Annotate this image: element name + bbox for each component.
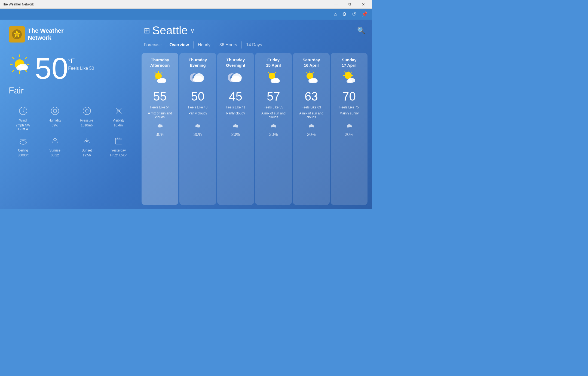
main-content: The Weather Network	[0, 20, 372, 209]
city-name: Seattle	[152, 24, 188, 37]
card-feels-sun: Feels Like 75	[339, 105, 359, 109]
visibility-value: 10.4mi	[114, 123, 123, 127]
yesterday-icon	[114, 134, 124, 147]
rain-icon-thu-evening: 🌧	[195, 122, 201, 130]
pressure-icon	[82, 104, 92, 117]
sunrise-value: 06:22	[51, 153, 59, 157]
card-title-thu-afternoon: ThursdayAfternoon	[150, 57, 170, 68]
card-feels-thu-overnight: Feels Like 41	[226, 105, 245, 109]
svg-line-65	[268, 72, 270, 74]
card-temp-sun: 70	[342, 90, 356, 103]
city-grid-icon: ⊞	[144, 26, 150, 35]
condition-text: Fair	[9, 86, 133, 96]
svg-point-51	[161, 79, 166, 83]
yesterday-detail: Yesterday H:52° L:45°	[104, 134, 133, 157]
humidity-value: 69%	[51, 123, 58, 127]
current-weather-icon	[9, 53, 30, 79]
forecast-cards-container: ThursdayAfternoon	[142, 53, 367, 205]
feels-like-text: Feels Like 50	[68, 66, 94, 71]
home-icon[interactable]: ⌂	[334, 11, 337, 17]
card-icon-sat	[304, 70, 319, 87]
tab-hourly[interactable]: Hourly	[194, 41, 215, 48]
ceiling-value: 30000ft	[17, 153, 28, 157]
card-title-fri: Friday15 April	[266, 57, 281, 68]
svg-line-67	[274, 72, 276, 74]
svg-point-19	[53, 111, 54, 113]
wind-value: 2mph NWGust 4	[16, 123, 30, 131]
card-icon-fri	[266, 70, 281, 87]
card-temp-thu-overnight: 45	[229, 90, 242, 103]
rain-pct-thu-evening: 30%	[193, 132, 202, 137]
sunrise-icon	[50, 134, 60, 147]
logo-icon	[9, 26, 25, 43]
current-temperature-display: 50 °F Feels Like 50	[9, 53, 133, 83]
card-desc-thu-evening: Partly cloudy	[188, 111, 207, 120]
visibility-detail: Visibility 10.4mi	[104, 104, 133, 131]
current-weather-panel: The Weather Network	[0, 20, 142, 209]
card-icon-sun	[342, 70, 357, 87]
titlebar-controls: — ⧉ ✕	[330, 0, 370, 9]
rain-pct-sat: 20%	[307, 132, 316, 137]
temperature-unit: °F	[68, 57, 94, 65]
card-title-thu-overnight: ThursdayOvernight	[226, 57, 245, 68]
card-feels-fri: Feels Like 55	[264, 105, 283, 109]
rain-icon-thu-overnight: 🌧	[232, 122, 239, 130]
settings-icon[interactable]: ⚙	[342, 11, 347, 17]
svg-point-18	[56, 109, 57, 110]
restore-button[interactable]: ⧉	[344, 0, 356, 9]
card-icon-thu-afternoon	[152, 70, 168, 87]
tab-overview[interactable]: Overview	[165, 41, 194, 48]
card-temp-sat: 63	[305, 90, 318, 103]
pin-icon[interactable]: 📌	[362, 11, 367, 17]
pressure-value: 1010mb	[81, 123, 93, 127]
card-desc-thu-afternoon: A mix of sun and clouds	[145, 111, 175, 120]
humidity-icon	[50, 104, 60, 117]
sunset-value: 19:56	[82, 153, 91, 157]
humidity-detail: Humidity 69%	[41, 104, 69, 131]
svg-line-47	[161, 72, 162, 74]
sunset-icon	[82, 134, 92, 147]
visibility-label: Visibility	[113, 119, 124, 122]
rain-icon-thu-afternoon: 🌧	[157, 122, 163, 130]
rain-icon-sat: 🌧	[308, 122, 315, 130]
pressure-detail: Pressure 1010mb	[72, 104, 101, 131]
city-selector[interactable]: ⊞ Seattle ∨	[144, 24, 195, 37]
sunrise-label: Sunrise	[49, 148, 60, 152]
search-icon[interactable]: 🔍	[357, 27, 365, 34]
ceiling-label: Ceiling	[18, 148, 28, 152]
close-button[interactable]: ✕	[357, 0, 370, 9]
card-temp-fri: 57	[267, 90, 280, 103]
ceiling-detail: Ceiling 30000ft	[9, 134, 37, 157]
temp-display: 50 °F Feels Like 50	[35, 53, 94, 83]
svg-point-20	[56, 111, 57, 113]
wind-icon	[18, 104, 28, 117]
sunrise-detail: Sunrise 06:22	[41, 134, 69, 157]
wind-detail: Wind 2mph NWGust 4	[9, 104, 37, 131]
app-logo: The Weather Network	[9, 26, 133, 43]
titlebar-title: The Weather Network	[2, 2, 34, 6]
card-title-sun: Sunday17 April	[342, 57, 356, 68]
svg-point-13	[21, 65, 28, 70]
logo-svg	[11, 29, 23, 40]
forecast-card-sun: Sunday17 April	[331, 53, 367, 205]
svg-line-89	[351, 72, 352, 73]
titlebar: The Weather Network — ⧉ ✕	[0, 0, 372, 9]
refresh-icon[interactable]: ↺	[352, 11, 356, 17]
wind-label: Wind	[19, 119, 27, 122]
forecast-tabs: Forecast: Overview Hourly 36 Hours 14 Da…	[142, 41, 367, 48]
pressure-label: Pressure	[80, 119, 93, 122]
svg-point-55	[198, 77, 204, 82]
temperature-value: 50	[35, 53, 68, 83]
forecast-card-sat: Saturday16 April	[293, 53, 330, 205]
minimize-button[interactable]: —	[330, 0, 342, 9]
tab-36hours[interactable]: 36 Hours	[215, 41, 242, 48]
rain-icon-fri: 🌧	[270, 122, 277, 130]
weather-details-grid: Wind 2mph NWGust 4 Humidity 69%	[9, 104, 133, 157]
svg-line-7	[12, 57, 14, 59]
forecast-header: ⊞ Seattle ∨ 🔍	[142, 24, 367, 37]
tab-14days[interactable]: 14 Days	[242, 41, 267, 48]
card-temp-thu-afternoon: 55	[153, 90, 167, 103]
visibility-icon	[114, 104, 124, 117]
card-desc-sun: Mainly sunny	[339, 111, 359, 120]
forecast-panel: ⊞ Seattle ∨ 🔍 Forecast: Overview Hourly …	[142, 20, 372, 209]
